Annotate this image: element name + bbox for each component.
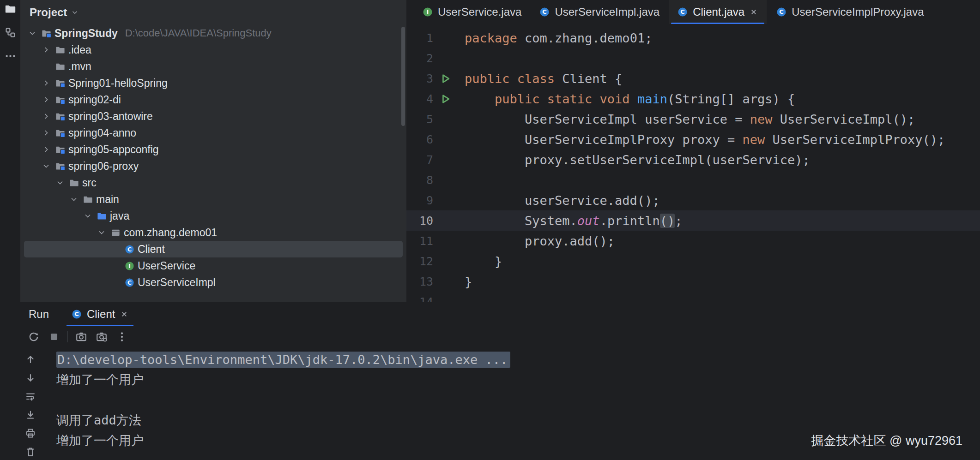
tree-item-label: .mvn <box>68 60 91 73</box>
tree-item-label: spring05-appconfig <box>68 143 159 156</box>
more-vertical-icon[interactable] <box>116 331 128 343</box>
folder-icon <box>54 45 66 55</box>
code-line: 7 proxy.setUserServiceImpl(userService); <box>406 149 980 170</box>
scroll-to-end-icon[interactable] <box>25 409 36 420</box>
chevron-down-icon[interactable] <box>82 211 93 221</box>
run-panel-header: Run CClient <box>20 302 980 326</box>
chevron-down-icon[interactable] <box>68 195 79 204</box>
tree-item-idea[interactable]: .idea <box>20 42 406 58</box>
chevron-down-icon[interactable] <box>41 161 52 171</box>
code-line: 12 } <box>406 251 980 271</box>
module-folder-icon <box>54 111 66 122</box>
close-icon[interactable] <box>749 7 758 17</box>
tree-item-spring02-di[interactable]: spring02-di <box>20 91 406 108</box>
code-text: package com.zhang.demo01; <box>457 31 652 45</box>
tree-item-springstudy[interactable]: SpringStudyD:\code\JAVA\IDEA\SpringStudy <box>20 25 406 42</box>
project-folder-icon[interactable] <box>4 3 17 15</box>
line-number: 1 <box>406 31 433 45</box>
tree-item-label: src <box>82 177 97 189</box>
scrollbar-thumb[interactable] <box>401 27 405 126</box>
run-toolbar <box>20 326 980 347</box>
editor-tab-userserviceimpl-java[interactable]: CUserServiceImpl.java <box>531 0 668 24</box>
more-horizontal-icon[interactable] <box>4 50 17 62</box>
chevron-down-icon[interactable] <box>71 8 79 17</box>
chevron-right-icon[interactable] <box>41 78 52 88</box>
run-line-icon[interactable] <box>433 93 457 105</box>
memory-snapshot-icon[interactable] <box>96 331 108 343</box>
run-panel-title: Run <box>29 308 49 321</box>
module-folder-icon <box>54 161 66 172</box>
chevron-right-icon[interactable] <box>41 128 52 137</box>
code-text: } <box>457 254 502 269</box>
class-icon: C <box>539 6 550 18</box>
code-line: 1package com.zhang.demo01; <box>406 28 980 48</box>
interface-icon: I <box>124 261 135 271</box>
rerun-icon[interactable] <box>28 331 40 343</box>
chevron-right-icon[interactable] <box>41 95 52 104</box>
line-number: 12 <box>406 255 433 268</box>
code-line: 2 <box>406 48 980 68</box>
console-line: D:\develop-tools\Environment\JDK\jdk-17.… <box>56 349 980 370</box>
close-icon[interactable] <box>120 310 129 319</box>
line-number: 10 <box>406 214 433 227</box>
code-text: proxy.setUserServiceImpl(userService); <box>457 153 810 167</box>
down-icon[interactable] <box>25 372 36 383</box>
soft-wrap-icon[interactable] <box>25 391 36 402</box>
structure-icon[interactable] <box>4 26 17 39</box>
console-line: 增加了一个用户 <box>56 370 980 390</box>
code-line: 14 <box>406 292 980 302</box>
dump-threads-icon[interactable] <box>75 331 87 343</box>
code-line: 10 System.out.println(); <box>406 210 980 231</box>
class-icon: C <box>776 6 787 18</box>
code-text: proxy.add(); <box>457 234 615 248</box>
tree-item-spring01-hellospring[interactable]: Spring01-helloSpring <box>20 75 406 91</box>
chevron-right-icon[interactable] <box>41 112 52 121</box>
chevron-right-icon[interactable] <box>41 45 52 54</box>
chevron-down-icon[interactable] <box>96 228 107 237</box>
tree-item-label: UserServiceImpl <box>138 276 216 289</box>
tree-item-label: spring02-di <box>68 94 121 106</box>
tree-item-client[interactable]: CClient <box>24 241 403 257</box>
editor-tab-userserviceimplproxy-java[interactable]: CUserServiceImplProxy.java <box>768 0 932 24</box>
code-text: UserServiceImplProxy proxy = new UserSer… <box>457 132 945 147</box>
tree-item-spring04-anno[interactable]: spring04-anno <box>20 125 406 141</box>
line-number: 9 <box>406 194 433 207</box>
clear-icon[interactable] <box>25 446 36 457</box>
class-icon: C <box>124 277 135 288</box>
folder-icon <box>54 61 66 72</box>
tree-item-userserviceimpl[interactable]: CUserServiceImpl <box>20 274 406 291</box>
tree-item-java[interactable]: java <box>20 208 406 224</box>
chevron-down-icon[interactable] <box>27 29 38 38</box>
tree-item-label: Client <box>138 243 165 256</box>
stop-icon[interactable] <box>48 331 60 343</box>
tree-item-spring06-proxy[interactable]: spring06-proxy <box>20 158 406 174</box>
chevron-down-icon[interactable] <box>54 178 66 187</box>
tree-item-src[interactable]: src <box>20 174 406 191</box>
ide-window: Project SpringStudyD:\code\JAVA\IDEA\Spr… <box>0 0 980 460</box>
run-tab-client[interactable]: CClient <box>65 302 135 326</box>
tree-item-main[interactable]: main <box>20 191 406 208</box>
tree-item-com-zhang-demo01[interactable]: com.zhang.demo01 <box>20 224 406 241</box>
code-area[interactable]: 1package com.zhang.demo01;23public class… <box>406 24 980 302</box>
run-line-icon[interactable] <box>433 72 457 85</box>
print-icon[interactable] <box>25 428 36 439</box>
svg-text:I: I <box>427 8 429 15</box>
tree-item-spring05-appconfig[interactable]: spring05-appconfig <box>20 141 406 158</box>
watermark: 掘金技术社区 @ wyu72961 <box>811 432 962 449</box>
svg-text:I: I <box>128 262 131 269</box>
project-panel-title[interactable]: Project <box>30 6 67 19</box>
up-icon[interactable] <box>25 354 36 365</box>
code-line: 4 public static void main(String[] args)… <box>406 89 980 109</box>
editor-tab-userservice-java[interactable]: IUserService.java <box>414 0 530 24</box>
tab-label: UserServiceImplProxy.java <box>792 6 924 18</box>
tree-item-label: com.zhang.demo01 <box>124 227 217 239</box>
tree-item-mvn[interactable]: .mvn <box>20 58 406 75</box>
editor-tab-client-java[interactable]: CClient.java <box>669 0 767 24</box>
tree-item-userservice[interactable]: IUserService <box>20 257 406 274</box>
line-number: 4 <box>406 92 433 106</box>
tree-item-label: Spring01-helloSpring <box>68 77 168 90</box>
code-line: 5 UserServiceImpl userService = new User… <box>406 109 980 129</box>
chevron-right-icon[interactable] <box>41 145 52 154</box>
svg-text:C: C <box>127 245 131 252</box>
tree-item-spring03-antowire[interactable]: spring03-antowire <box>20 108 406 125</box>
